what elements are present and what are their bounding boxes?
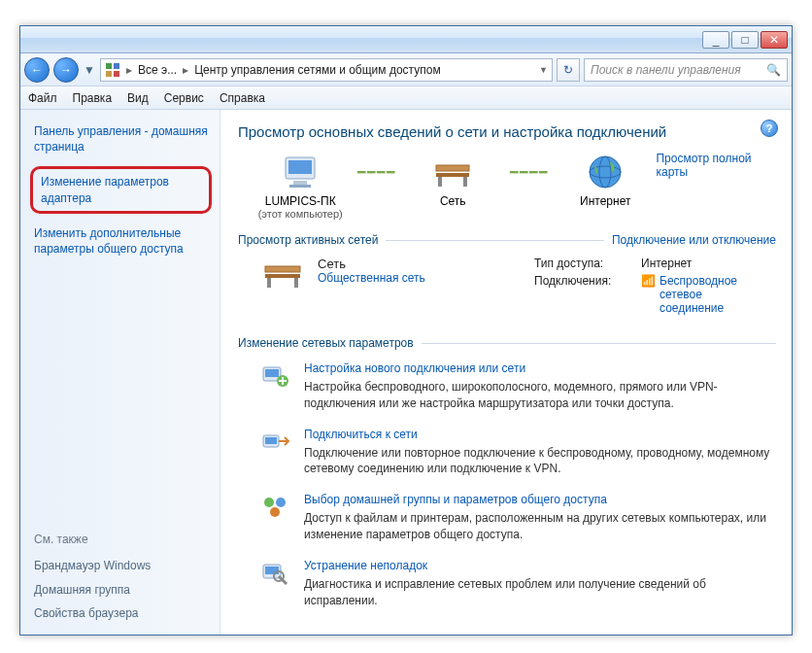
access-type-value: Интернет [641, 257, 692, 270]
svg-rect-15 [265, 266, 300, 272]
sidebar-adapter-link[interactable]: Изменение параметров адаптера [41, 174, 201, 205]
network-map: LUMPICS-ПК (этот компьютер) ━━━━ Сеть ━━… [238, 152, 776, 220]
sidebar: Панель управления - домашняя страница Из… [20, 110, 220, 635]
svg-rect-0 [106, 63, 112, 69]
titlebar: _ □ ✕ [20, 26, 792, 53]
connection-line-icon: ━━━━ [351, 152, 402, 192]
search-input[interactable]: Поиск в панели управления 🔍 [584, 58, 788, 82]
task-desc: Настройка беспроводного, широкополосного… [304, 379, 770, 412]
sidebar-highlight: Изменение параметров адаптера [30, 166, 212, 213]
minimize-button[interactable]: _ [702, 31, 729, 49]
address-bar[interactable]: ▸ Все э... ▸ Центр управления сетями и о… [100, 58, 553, 82]
task-title: Настройка нового подключения или сети [304, 361, 770, 375]
close-icon: ✕ [769, 33, 779, 47]
refresh-icon: ↻ [563, 63, 573, 77]
map-network[interactable]: Сеть [406, 152, 499, 208]
change-settings-heading: Изменение сетевых параметров [238, 336, 776, 350]
svg-rect-23 [265, 437, 277, 444]
sidebar-homegroup-link[interactable]: Домашняя группа [34, 582, 208, 598]
chevron-right-icon: ▸ [183, 63, 188, 77]
chevron-down-icon[interactable]: ▼ [539, 65, 548, 75]
network-type-link[interactable]: Общественная сеть [318, 271, 425, 285]
sidebar-advanced-link[interactable]: Изменить дополнительные параметры общего… [34, 225, 208, 257]
map-internet[interactable]: Интернет [558, 152, 652, 208]
connection-line-icon: ━━━━ [503, 152, 555, 192]
chevron-down-icon: ▼ [84, 63, 95, 77]
menu-file[interactable]: Файл [28, 91, 57, 105]
svg-point-26 [270, 507, 280, 517]
menubar: Файл Правка Вид Сервис Справка [20, 86, 792, 110]
task-title: Выбор домашней группы и параметров общег… [304, 493, 770, 506]
svg-rect-1 [114, 63, 119, 69]
task-desc: Диагностика и исправление сетевых пробле… [304, 576, 770, 609]
control-panel-icon [105, 62, 120, 78]
bench-icon [432, 152, 473, 192]
menu-edit[interactable]: Правка [73, 91, 113, 105]
task-connect-network[interactable]: Подключиться к сети Подключение или повт… [261, 428, 770, 478]
signal-icon: 📶 [641, 274, 656, 288]
map-this-pc[interactable]: LUMPICS-ПК (этот компьютер) [254, 152, 347, 220]
access-type-label: Тип доступа: [534, 257, 624, 270]
back-button[interactable]: ← [24, 57, 50, 83]
task-title: Подключиться к сети [304, 428, 770, 441]
full-map-link[interactable]: Просмотр полной карты [656, 152, 776, 179]
task-list: Настройка нового подключения или сети На… [238, 356, 776, 608]
history-dropdown[interactable]: ▼ [83, 60, 96, 80]
svg-rect-7 [289, 185, 311, 188]
content: Панель управления - домашняя страница Из… [20, 110, 792, 635]
svg-rect-9 [436, 173, 469, 177]
bench-icon [261, 257, 304, 293]
minimize-icon: _ [713, 33, 720, 47]
task-desc: Доступ к файлам и принтерам, расположенн… [304, 510, 770, 543]
computer-icon [280, 152, 321, 192]
menu-view[interactable]: Вид [127, 91, 149, 105]
connect-disconnect-link[interactable]: Подключение или отключение [612, 233, 776, 247]
globe-icon [585, 152, 626, 192]
network-name: Сеть [318, 257, 425, 271]
wireless-connection-link[interactable]: 📶 Беспроводное сетевое соединение [641, 274, 766, 315]
svg-point-25 [276, 498, 286, 507]
active-network-row: Сеть Общественная сеть Тип доступа: Инте… [238, 253, 776, 323]
search-placeholder: Поиск в панели управления [591, 63, 741, 77]
help-icon[interactable]: ? [761, 120, 778, 137]
control-panel-window: _ □ ✕ ← → ▼ ▸ Все э... ▸ Центр управлени… [19, 25, 793, 636]
task-troubleshoot[interactable]: Устранение неполадок Диагностика и испра… [261, 559, 770, 609]
task-title: Устранение неполадок [304, 559, 770, 572]
homegroup-icon [261, 493, 290, 522]
svg-rect-17 [267, 278, 271, 288]
task-new-connection[interactable]: Настройка нового подключения или сети На… [261, 361, 770, 412]
svg-rect-20 [265, 369, 279, 377]
maximize-button[interactable]: □ [731, 31, 759, 49]
svg-rect-10 [438, 177, 442, 187]
menu-tools[interactable]: Сервис [164, 91, 204, 105]
arrow-left-icon: ← [31, 63, 43, 77]
section-label: Изменение сетевых параметров [238, 336, 414, 350]
search-icon: 🔍 [766, 63, 781, 77]
sidebar-firewall-link[interactable]: Брандмауэр Windows [34, 558, 208, 573]
new-connection-icon [261, 361, 290, 391]
breadcrumb-item[interactable]: Все э... [138, 63, 177, 77]
page-title: Просмотр основных сведений о сети и наст… [238, 123, 776, 140]
wireless-label: Беспроводное сетевое соединение [660, 274, 766, 315]
chevron-right-icon: ▸ [126, 63, 132, 77]
svg-point-12 [590, 156, 621, 188]
task-homegroup[interactable]: Выбор домашней группы и параметров общег… [261, 493, 770, 543]
navbar: ← → ▼ ▸ Все э... ▸ Центр управления сетя… [20, 53, 792, 86]
sidebar-home-link[interactable]: Панель управления - домашняя страница [34, 123, 208, 155]
section-label: Просмотр активных сетей [238, 233, 378, 247]
close-button[interactable]: ✕ [761, 31, 788, 49]
forward-button[interactable]: → [53, 57, 79, 83]
svg-rect-11 [463, 177, 467, 187]
menu-help[interactable]: Справка [220, 91, 265, 105]
active-networks-heading: Просмотр активных сетей Подключение или … [238, 233, 776, 247]
internet-label: Интернет [580, 194, 630, 208]
sidebar-browser-link[interactable]: Свойства браузера [34, 605, 208, 621]
breadcrumb-item[interactable]: Центр управления сетями и общим доступом [194, 63, 441, 77]
svg-rect-16 [265, 274, 300, 278]
refresh-button[interactable]: ↻ [557, 58, 580, 82]
pc-name: LUMPICS-ПК [265, 194, 336, 208]
pc-sub: (этот компьютер) [258, 208, 343, 220]
troubleshoot-icon [261, 559, 290, 588]
svg-point-24 [264, 498, 274, 507]
connections-label: Подключения: [534, 274, 624, 315]
